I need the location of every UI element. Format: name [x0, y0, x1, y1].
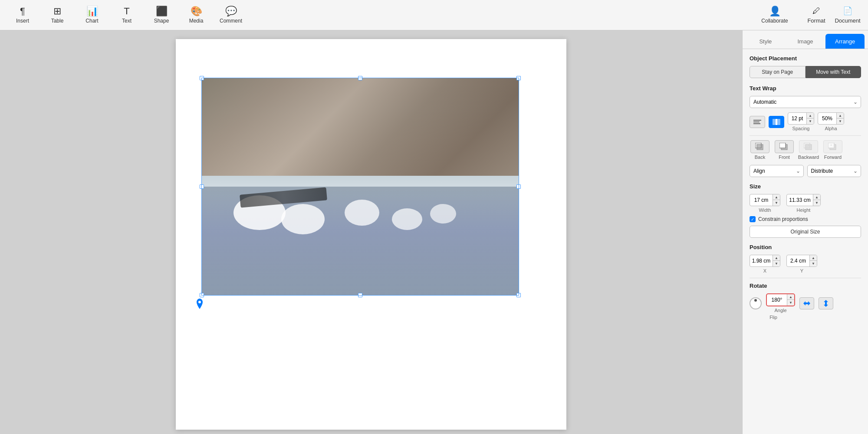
- constrain-checkbox[interactable]: [750, 216, 756, 222]
- angle-down-btn[interactable]: ▼: [787, 300, 794, 306]
- media-button[interactable]: 🎨 Media: [179, 2, 214, 28]
- position-title: Position: [750, 244, 861, 250]
- distribute-dropdown-wrapper[interactable]: Distribute: [807, 165, 861, 177]
- angle-input[interactable]: [767, 294, 787, 306]
- style-tab[interactable]: Style: [746, 34, 785, 49]
- handle-top-left[interactable]: [200, 76, 204, 80]
- shape-icon: ⬛: [156, 7, 168, 16]
- handle-middle-right[interactable]: [516, 184, 521, 189]
- text-wrap-select[interactable]: Automatic: [750, 96, 861, 108]
- comment-icon: 💬: [225, 7, 237, 16]
- height-input[interactable]: [787, 194, 813, 206]
- pos-x-up-btn[interactable]: ▲: [773, 255, 780, 261]
- back-icon: [755, 143, 765, 151]
- svg-rect-7: [757, 145, 763, 150]
- distribute-select[interactable]: Distribute: [807, 165, 861, 177]
- position-y-field: ▲ ▼ Y: [786, 255, 817, 273]
- height-spinners: ▲ ▼: [813, 194, 820, 206]
- rotate-title: Rotate: [750, 283, 861, 289]
- height-spin-field: ▲ ▼: [786, 194, 821, 206]
- spacing-icon-btn[interactable]: [769, 116, 784, 128]
- flip-horizontal-btn[interactable]: [799, 297, 814, 309]
- front-icon-btn[interactable]: [775, 140, 794, 153]
- collaborate-label: Collaborate: [761, 18, 788, 24]
- backward-icon-btn[interactable]: -: [799, 140, 818, 153]
- alpha-spin-field: ▲ ▼: [818, 112, 844, 125]
- svg-rect-2: [753, 122, 760, 122]
- forward-icon-btn[interactable]: +: [823, 140, 842, 153]
- width-down-btn[interactable]: ▼: [773, 200, 780, 206]
- text-button[interactable]: T Text: [109, 2, 144, 28]
- handle-middle-left[interactable]: [200, 184, 204, 189]
- image-content: [202, 78, 519, 295]
- comment-button[interactable]: 💬 Comment: [214, 2, 248, 28]
- text-wrap-dropdown-wrapper[interactable]: Automatic: [750, 96, 861, 108]
- pos-x-down-btn[interactable]: ▼: [773, 261, 780, 266]
- arrange-tab[interactable]: Arrange: [825, 34, 865, 49]
- position-y-input[interactable]: [787, 255, 809, 266]
- handle-top-middle[interactable]: [358, 76, 362, 80]
- alpha-input[interactable]: [818, 113, 836, 124]
- chart-button[interactable]: 📊 Chart: [75, 2, 109, 28]
- spacing-down-btn[interactable]: ▼: [807, 118, 814, 124]
- angle-labeled-field: ▲ ▼ Angle: [766, 293, 795, 313]
- bird-shape-2: [281, 204, 325, 234]
- insert-label: Insert: [16, 18, 29, 24]
- sidebar-content: Object Placement Stay on Page Move with …: [743, 49, 868, 434]
- text-label: Text: [122, 18, 132, 24]
- sidebar-tabs: Style Image Arrange: [743, 30, 868, 49]
- divider-2: [750, 278, 861, 278]
- height-up-btn[interactable]: ▲: [813, 194, 820, 200]
- format-tab-button[interactable]: 🖊 Format: [801, 5, 832, 26]
- spacing-up-btn[interactable]: ▲: [807, 113, 814, 118]
- backward-icon: -: [804, 143, 813, 151]
- height-label: Height: [797, 207, 811, 213]
- shape-button[interactable]: ⬛ Shape: [144, 2, 179, 28]
- width-spin-field: ▲ ▼: [750, 194, 780, 206]
- pos-y-down-btn[interactable]: ▼: [810, 261, 817, 266]
- view-mode-tabs: 🖊 Format 📄 Document: [801, 5, 863, 26]
- table-button[interactable]: ⊞ Table: [40, 2, 75, 28]
- svg-rect-6: [776, 119, 777, 125]
- angle-up-btn[interactable]: ▲: [787, 294, 794, 300]
- handle-bottom-left[interactable]: [200, 293, 204, 297]
- svg-rect-3: [753, 123, 760, 124]
- selected-image-container[interactable]: [202, 78, 519, 295]
- size-title: Size: [750, 183, 861, 190]
- back-icon-btn[interactable]: [750, 140, 769, 153]
- position-x-input[interactable]: [750, 255, 773, 266]
- svg-rect-4: [773, 119, 776, 125]
- flip-vertical-btn[interactable]: [819, 297, 833, 309]
- svg-text:+: +: [830, 144, 832, 147]
- width-spinners: ▲ ▼: [773, 194, 780, 206]
- spacing-input[interactable]: [788, 113, 806, 124]
- main-area: Style Image Arrange Object Placement Sta…: [0, 30, 868, 434]
- align-dropdown-wrapper[interactable]: Align: [750, 165, 804, 177]
- comment-label: Comment: [220, 18, 242, 24]
- stay-on-page-btn[interactable]: Stay on Page: [750, 66, 806, 78]
- handle-bottom-middle[interactable]: [358, 293, 362, 297]
- move-with-text-btn[interactable]: Move with Text: [806, 66, 861, 78]
- text-fit-icon-btn[interactable]: [750, 116, 765, 128]
- width-label: Width: [759, 207, 771, 213]
- height-down-btn[interactable]: ▼: [813, 200, 820, 206]
- rotate-dial[interactable]: [750, 297, 762, 309]
- table-icon: ⊞: [53, 7, 61, 16]
- pos-y-up-btn[interactable]: ▲: [810, 255, 817, 261]
- alpha-up-btn[interactable]: ▲: [837, 113, 844, 118]
- alpha-down-btn[interactable]: ▼: [837, 118, 844, 124]
- insert-button[interactable]: ¶ Insert: [5, 2, 40, 28]
- width-input[interactable]: [750, 194, 773, 206]
- align-select[interactable]: Align: [750, 165, 804, 177]
- original-size-btn[interactable]: Original Size: [750, 226, 861, 238]
- document-tab-button[interactable]: 📄 Document: [832, 5, 863, 26]
- collaborate-button[interactable]: 👤 Collaborate: [755, 2, 794, 28]
- width-up-btn[interactable]: ▲: [773, 194, 780, 200]
- position-y-spinners: ▲ ▼: [809, 255, 817, 266]
- handle-top-right[interactable]: [516, 76, 521, 80]
- flip-label-text: Flip: [766, 315, 781, 320]
- handle-bottom-right[interactable]: [516, 293, 521, 297]
- document-page: [176, 39, 566, 430]
- text-wrap-select-row: Automatic: [750, 96, 861, 108]
- image-tab[interactable]: Image: [786, 34, 825, 49]
